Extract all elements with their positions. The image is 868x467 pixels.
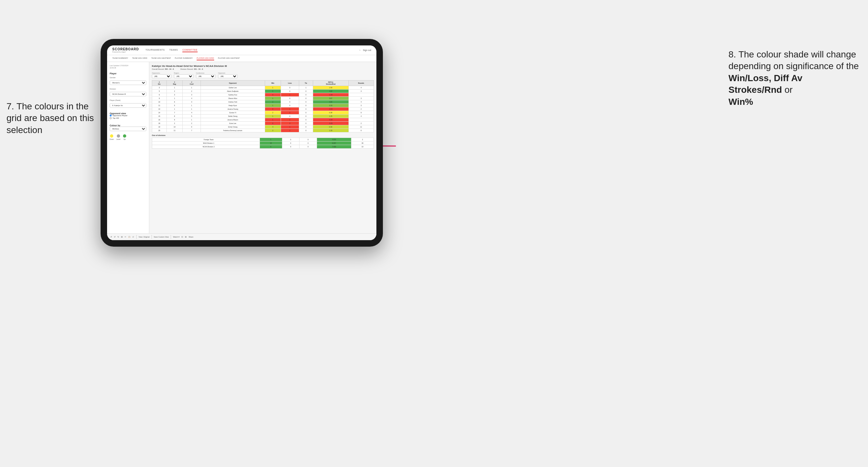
table-row: 6 3 3 Sydney Kuo 0 1 0 -1.00 (152, 93, 374, 97)
subnav-team-h2h-grid[interactable]: TEAM H2H GRID (132, 57, 147, 60)
player-rank-select[interactable]: 8. Katelyn Vo (110, 103, 146, 108)
cell-conf: 7 (183, 129, 201, 132)
toolbar-redo[interactable]: ↻ (118, 236, 119, 238)
cell-rounds: 6 (348, 129, 373, 132)
main-nav: TOURNAMENTS TEAMS COMMITTEE (145, 48, 353, 52)
cell-reg: 3 (166, 93, 183, 97)
toolbar-icon1[interactable]: ⊡ (181, 236, 183, 238)
cell-win: 4 (265, 125, 281, 129)
toolbar-share[interactable]: Share (188, 236, 193, 238)
radio-top100[interactable]: Top 100 (110, 117, 146, 119)
cell-win: 2 (265, 129, 281, 132)
cell-win: 2 (265, 111, 281, 115)
nav-tournaments[interactable]: TOURNAMENTS (145, 48, 164, 52)
cell-reg: 2 (166, 122, 183, 125)
filter-conference-label: Conference (196, 72, 215, 74)
cell-tie: 0 (299, 97, 313, 100)
cell-tie: 1 (299, 86, 313, 90)
sign-out-link[interactable]: Sign out (363, 49, 371, 51)
cell-rounds (348, 93, 373, 97)
subnav-team-summary[interactable]: TEAM SUMMARY (112, 57, 128, 60)
col-div: #Div (152, 81, 167, 86)
app-logo: SCOREBOARD (112, 48, 139, 51)
cell-div: 19 (152, 125, 167, 129)
last-updated-label: Last Updated: 27/03/2024 (110, 65, 146, 67)
filter-opponents: Opponents: (All) (152, 72, 171, 78)
cell-win: 1 (265, 86, 281, 90)
out-cell-tie: 0 (300, 138, 317, 142)
filter-opponents-select[interactable]: (All) (152, 74, 171, 78)
division-record-label: Division Record: 331 - 34 - 6 (180, 68, 203, 70)
right-annotation: 8. The colour shade will change dependin… (728, 49, 865, 108)
subnav-player-h2h-grid[interactable]: PLAYER H2H GRID (197, 57, 214, 60)
cell-diff: 1.25 (313, 115, 348, 118)
grid-subtitle: Overall Record: 353 - 34 - 6 Division Re… (152, 68, 374, 70)
cell-loss: 0 (281, 115, 299, 118)
out-of-division-table: Foreign Team 1 0 0 4.500 2 NAIA Division… (152, 137, 374, 149)
cell-reg: 1 (166, 97, 183, 100)
toolbar-icon2[interactable]: ⊞ (185, 236, 187, 238)
toolbar-watch[interactable]: Watch ▾ (173, 236, 180, 238)
out-cell-loss: 0 (282, 145, 299, 149)
colour-by-section: Colour by Win/loss (110, 123, 146, 131)
toolbar-copy[interactable]: ⊞ (121, 236, 123, 238)
toolbar-undo2[interactable]: ↺ (114, 236, 116, 238)
filter-opponent-label: Opponent (218, 72, 238, 74)
cell-div: 11 (152, 104, 167, 107)
cell-conf: 3 (183, 93, 201, 97)
out-cell-rounds: 2 (351, 138, 374, 142)
cell-tie: 0 (299, 93, 313, 97)
cell-reg: 10 (166, 125, 183, 129)
cell-opponent: Emily Chang (200, 125, 265, 129)
gender-select[interactable]: Women's (110, 81, 146, 85)
cell-reg: 7 (166, 111, 183, 115)
toolbar-timer[interactable]: ⏱ (132, 236, 134, 238)
radio2-label: Top 100 (113, 117, 119, 119)
filter-opponent-select[interactable]: (All) (218, 74, 238, 78)
filter-region-select[interactable]: (All) (174, 74, 193, 78)
overall-record-label: Overall Record: 353 - 34 - 6 (152, 68, 174, 70)
cell-conf: 4 (183, 97, 201, 100)
radio-opponents-played[interactable]: Opponents Played (110, 115, 146, 117)
toolbar-paste[interactable]: 📋 (128, 236, 130, 238)
cell-opponent: Jessica Huang (200, 107, 265, 111)
out-cell-win: 5 (259, 145, 282, 149)
division-select[interactable]: NCAA Division III (110, 92, 146, 96)
cell-rounds: 3 (348, 90, 373, 93)
cell-diff: 4.00 (313, 90, 348, 93)
toolbar-undo[interactable]: ↺ (110, 236, 112, 238)
table-row: 14 7 4 Eunice Yi 2 2 0 0.38 9 (152, 111, 374, 115)
cell-div: 15 (152, 115, 167, 118)
nav-teams[interactable]: TEAMS (169, 48, 178, 52)
toolbar-save-custom[interactable]: Save Custom View (154, 236, 169, 238)
colour-by-select[interactable]: Win/loss (110, 127, 146, 131)
cell-loss: 1 (281, 107, 299, 111)
cell-rounds: 9 (348, 111, 373, 115)
filter-region: Region (All) (174, 72, 193, 78)
cell-tie: 0 (299, 115, 313, 118)
left-annotation: 7. The colours in the grid are based on … (6, 101, 101, 136)
col-opponent: Opponent (200, 81, 265, 86)
cell-conf: 2 (183, 90, 201, 93)
grid-title: Katelyn Vo Head-to-Head Grid for Women's… (152, 65, 374, 67)
sub-nav: TEAM SUMMARY TEAM H2H GRID TEAM H2H HEAT… (107, 55, 376, 62)
out-cell-tie: 0 (300, 142, 317, 145)
subnav-player-h2h-heatmap[interactable]: PLAYER H2H HEATMAP (218, 57, 240, 60)
subnav-team-h2h-heatmap[interactable]: TEAM H2H HEATMAP (151, 57, 171, 60)
toolbar-view-original[interactable]: View: Original (138, 236, 150, 238)
filter-conference-select[interactable]: (All) (196, 74, 215, 78)
cell-win: 1 (265, 90, 281, 93)
cell-reg: 9 (166, 118, 183, 122)
legend-down: Down (110, 134, 114, 140)
toolbar-cut[interactable]: ✂ (125, 236, 126, 238)
nav-committee[interactable]: COMMITTEE (182, 48, 197, 52)
cell-conf: 6 (183, 125, 201, 129)
subnav-player-summary[interactable]: PLAYER SUMMARY (175, 57, 192, 60)
cell-diff: -1.00 (313, 93, 348, 97)
out-of-division-header: Out of division (152, 134, 374, 136)
tablet-screen: SCOREBOARD Powered by clippd TOURNAMENTS… (107, 45, 376, 240)
cell-reg: 6 (166, 100, 183, 104)
out-cell-diff: 7.400 (317, 145, 351, 149)
col-loss: Loss (281, 81, 299, 86)
cell-opponent: Eunice Yi (200, 111, 265, 115)
